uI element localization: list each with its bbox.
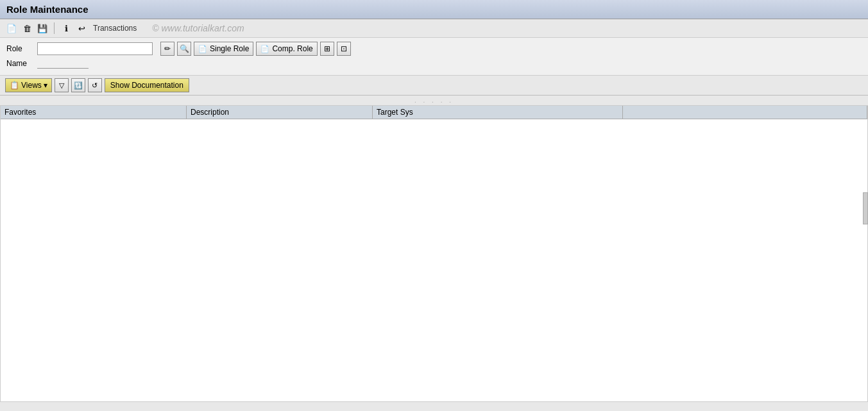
name-label: Name — [6, 59, 32, 68]
views-dropdown-icon: ▾ — [44, 81, 47, 90]
role-buttons: ✏ 🔍 📄 Single Role 📄 Comp. Role ⊞ ⊡ — [160, 42, 351, 56]
single-role-button[interactable]: 📄 Single Role — [194, 42, 253, 56]
save-icon[interactable]: 💾 — [36, 22, 49, 35]
show-doc-label: Show Documentation — [110, 81, 183, 90]
grid-icon1-button[interactable]: ⊞ — [320, 42, 334, 56]
dotted-separator: . . . . . — [0, 96, 868, 105]
role-input[interactable] — [37, 42, 153, 55]
delete-icon[interactable]: 🗑 — [21, 22, 33, 35]
separator-1 — [54, 22, 55, 34]
transactions-icon[interactable]: ↩ — [75, 22, 88, 35]
show-documentation-button[interactable]: Show Documentation — [105, 78, 189, 92]
grid-container: Favorites Description Target Sys — [0, 105, 868, 402]
title-bar: Role Maintenance — [0, 0, 868, 19]
search-button[interactable]: 🔍 — [177, 42, 191, 56]
filter-button[interactable]: ▽ — [55, 78, 69, 92]
new-icon[interactable]: 📄 — [5, 22, 18, 35]
col-header-target-sys: Target Sys — [373, 106, 623, 119]
resize-handle[interactable] — [863, 192, 868, 224]
info-icon[interactable]: ℹ — [60, 22, 72, 35]
views-icon: 📋 — [10, 81, 19, 90]
role-row: Role ✏ 🔍 📄 Single Role 📄 Comp. Role ⊞ ⊡ — [6, 42, 862, 56]
views-label: Views — [21, 81, 42, 90]
filter2-button[interactable]: 🔃 — [71, 78, 85, 92]
form-area: Role ✏ 🔍 📄 Single Role 📄 Comp. Role ⊞ ⊡ … — [0, 38, 868, 76]
comp-role-icon: 📄 — [260, 45, 269, 53]
refresh-button[interactable]: ↺ — [88, 78, 102, 92]
views-toolbar: 📋 Views ▾ ▽ 🔃 ↺ Show Documentation — [0, 76, 868, 96]
grid-icon2-button[interactable]: ⊡ — [337, 42, 351, 56]
grid-header: Favorites Description Target Sys — [1, 106, 867, 119]
name-value — [37, 58, 89, 69]
views-button[interactable]: 📋 Views ▾ — [5, 78, 52, 92]
page-title: Role Maintenance — [6, 4, 89, 15]
transactions-label: Transactions — [93, 24, 137, 33]
col-header-extra — [623, 106, 867, 119]
main-toolbar: 📄 🗑 💾 ℹ ↩ Transactions © www.tutorialkar… — [0, 19, 868, 38]
name-row: Name — [6, 58, 862, 69]
role-label: Role — [6, 44, 32, 53]
comp-role-button[interactable]: 📄 Comp. Role — [256, 42, 317, 56]
comp-role-label: Comp. Role — [272, 44, 312, 53]
single-role-label: Single Role — [210, 44, 249, 53]
col-header-description: Description — [187, 106, 373, 119]
single-role-icon: 📄 — [198, 45, 207, 53]
grid-body — [1, 119, 867, 401]
edit-button[interactable]: ✏ — [160, 42, 174, 56]
watermark: © www.tutorialkart.com — [152, 23, 244, 33]
col-header-favorites: Favorites — [1, 106, 187, 119]
